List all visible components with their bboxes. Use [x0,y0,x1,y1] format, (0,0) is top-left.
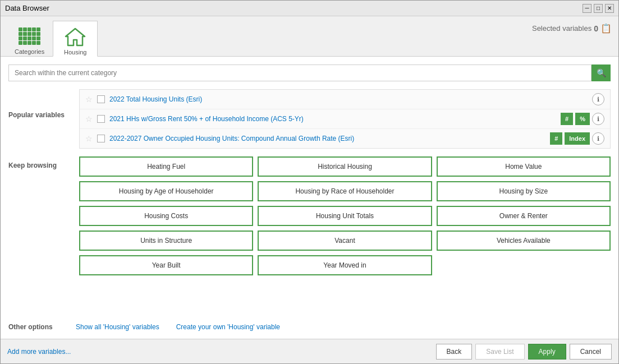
minimize-button[interactable]: ─ [583,4,592,13]
search-button[interactable]: 🔍 [592,64,611,81]
var-row-1: ☆ 2022 Total Housing Units (Esri) ℹ [80,90,610,109]
window-controls: ─ □ ✕ [583,4,614,13]
star-2[interactable]: ☆ [85,114,93,123]
bottom-bar: Add more variables... Back Save List App… [1,339,618,363]
info-btn-3[interactable]: ℹ [592,132,604,145]
maximize-button[interactable]: □ [594,4,603,13]
star-1[interactable]: ☆ [85,95,93,104]
browse-btn-year-built[interactable]: Year Built [79,255,253,275]
browse-btn-home-value[interactable]: Home Value [437,156,611,177]
back-button[interactable]: Back [436,344,473,360]
show-all-link[interactable]: Show all 'Housing' variables [76,323,159,331]
checkbox-1[interactable] [97,95,105,103]
tag-index-3[interactable]: Index [565,132,590,145]
popular-section: ☆ 2022 Total Housing Units (Esri) ℹ ☆ 20… [79,89,611,149]
nav-tabs: Selected variables 0 📋 Categories Ho [1,16,618,57]
star-3[interactable]: ☆ [85,134,93,143]
housing-tab-label: Housing [64,49,86,56]
window-title: Data Browser [5,4,49,12]
bottom-buttons: Back Save List Apply Cancel [436,344,612,360]
popular-label: Popular variables [8,111,65,120]
checkbox-2[interactable] [97,115,105,123]
browse-btn-heating-fuel[interactable]: Heating Fuel [79,156,253,177]
title-bar: Data Browser ─ □ ✕ [1,1,618,16]
browse-btn-units-in-structure[interactable]: Units in Structure [79,231,253,251]
tag-hash-2[interactable]: # [561,113,573,125]
var-row-3: ☆ 2022-2027 Owner Occupied Housing Units… [80,129,610,148]
tag-group-3: # Index ℹ [550,132,604,145]
browse-btn-vacant[interactable]: Vacant [258,231,432,251]
selected-label: Selected variables [532,24,592,33]
main-content: 🔍 Popular variables Keep browsing ☆ [1,57,618,339]
save-list-button: Save List [475,344,524,360]
info-btn-1[interactable]: ℹ [592,93,604,105]
popular-variables-list: ☆ 2022 Total Housing Units (Esri) ℹ ☆ 20… [79,89,611,149]
selected-count: 0 [594,24,598,33]
browse-grid: Heating Fuel Historical Housing Home Val… [79,156,611,275]
var-row-2: ☆ 2021 HHs w/Gross Rent 50% + of Househo… [80,109,610,129]
var-name-2[interactable]: 2021 HHs w/Gross Rent 50% + of Household… [109,115,556,123]
var-name-3[interactable]: 2022-2027 Owner Occupied Housing Units: … [109,135,545,142]
browse-btn-housing-costs[interactable]: Housing Costs [79,206,253,226]
browse-btn-housing-by-age[interactable]: Housing by Age of Householder [79,181,253,201]
housing-icon [64,25,86,48]
categories-icon [19,25,41,47]
apply-button[interactable]: Apply [528,344,566,360]
browse-btn-vehicles-available[interactable]: Vehicles Available [437,231,611,251]
cancel-button[interactable]: Cancel [570,344,612,360]
other-options-label: Other options [8,323,70,331]
categories-tab-label: Categories [15,48,44,55]
close-button[interactable]: ✕ [605,4,614,13]
main-right-content: ☆ 2022 Total Housing Units (Esri) ℹ ☆ 20… [79,89,611,282]
other-options-row: Other options Show all 'Housing' variabl… [8,319,611,331]
tab-categories[interactable]: Categories [6,20,53,56]
add-more-link[interactable]: Add more variables... [7,348,71,356]
tab-housing[interactable]: Housing [53,21,98,57]
search-input[interactable] [8,64,592,81]
selected-vars-display: Selected variables 0 📋 [532,23,612,34]
create-own-link[interactable]: Create your own 'Housing' variable [176,323,280,331]
info-btn-2[interactable]: ℹ [592,113,604,125]
tag-pct-2[interactable]: % [575,113,590,125]
section-labels: Popular variables Keep browsing [8,89,70,282]
browse-btn-housing-unit-totals[interactable]: Housing Unit Totals [258,206,432,226]
other-links: Show all 'Housing' variables Create your… [70,323,280,331]
main-window: Data Browser ─ □ ✕ Selected variables 0 … [0,0,619,364]
search-row: 🔍 [8,64,611,81]
browse-btn-owner-renter[interactable]: Owner & Renter [437,206,611,226]
browse-btn-housing-by-race[interactable]: Housing by Race of Householder [258,181,432,201]
keep-browsing-section: Heating Fuel Historical Housing Home Val… [79,156,611,275]
tag-hash-3[interactable]: # [550,132,562,145]
checkbox-3[interactable] [97,135,105,142]
tag-group-1: ℹ [592,93,604,105]
browse-btn-housing-by-size[interactable]: Housing by Size [437,181,611,201]
svg-marker-0 [66,29,85,45]
tag-group-2: # % ℹ [561,113,604,125]
keep-browsing-label: Keep browsing [8,162,57,171]
var-name-1[interactable]: 2022 Total Housing Units (Esri) [109,95,588,103]
browse-btn-year-moved-in[interactable]: Year Moved in [258,255,432,275]
two-col-layout: Popular variables Keep browsing ☆ 2022 T… [8,89,611,282]
clipboard-icon: 📋 [600,23,612,34]
browse-btn-historical-housing[interactable]: Historical Housing [258,156,432,177]
